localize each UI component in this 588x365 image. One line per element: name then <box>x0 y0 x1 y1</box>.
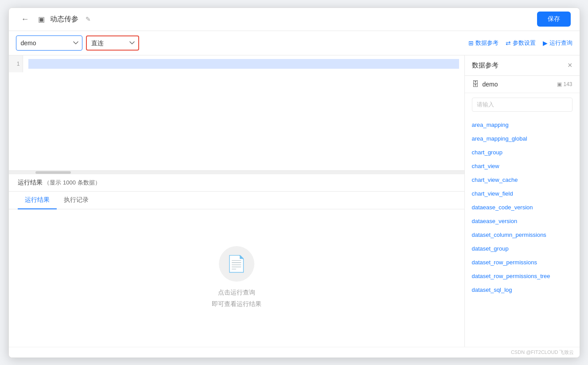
list-item[interactable]: area_mapping_global <box>465 132 580 145</box>
code-editor[interactable]: 1 <box>9 55 464 171</box>
panel-close-button[interactable]: × <box>568 61 572 70</box>
list-item[interactable]: dataset_column_permissions <box>465 228 580 242</box>
db-name: demo <box>483 81 498 88</box>
panel-search-input[interactable] <box>472 98 572 112</box>
list-item[interactable]: dataease_version <box>465 214 580 228</box>
data-reference-icon: ⊞ <box>468 39 474 47</box>
footer-text: CSDN @FIT2CLOUD 飞致云 <box>511 349 574 355</box>
list-item[interactable]: dataset_group <box>465 242 580 255</box>
panel-header: 数据参考 × <box>465 55 580 76</box>
titlebar-left: ← ▣ 动态传参 ✎ <box>18 13 91 26</box>
list-item[interactable]: chart_view <box>465 159 580 173</box>
back-button[interactable]: ← <box>18 13 33 26</box>
data-reference-btn[interactable]: ⊞ 数据参考 <box>468 39 498 47</box>
connection-select[interactable]: 直连 <box>86 35 139 51</box>
run-query-label: 运行查询 <box>549 39 572 47</box>
results-header-label: 运行结果 <box>18 179 43 186</box>
list-item[interactable]: chart_group <box>465 145 580 159</box>
empty-text-line1: 点击运行查询 <box>212 287 261 298</box>
empty-doc-icon: 📄 <box>226 255 246 273</box>
db-count-icon: ▣ <box>557 81 562 87</box>
editor-area: 1 运行结果 （显示 1000 条数据） 运行结果 执行记录 <box>9 55 464 347</box>
list-item[interactable]: area_mapping <box>465 118 580 132</box>
right-panel: 数据参考 × 🗄 demo ▣ 143 area_mappingarea_map… <box>464 55 580 347</box>
list-item[interactable]: dataset_row_permissions_tree <box>465 269 580 283</box>
results-empty: 📄 点击运行查询 即可查看运行结果 <box>9 209 464 347</box>
list-item[interactable]: chart_view_field <box>465 187 580 200</box>
toolbar: demo 直连 ⊞ 数据参考 ⇄ 参数设置 ▶ 运行查询 <box>9 31 580 55</box>
titlebar: ← ▣ 动态传参 ✎ 保存 <box>9 8 580 31</box>
db-count: ▣ 143 <box>557 81 572 87</box>
results-area: 运行结果 （显示 1000 条数据） 运行结果 执行记录 📄 点击运行查询 即可… <box>9 174 464 347</box>
list-item[interactable]: dataset_row_permissions <box>465 255 580 269</box>
results-header: 运行结果 （显示 1000 条数据） <box>9 174 464 192</box>
empty-text-line2: 即可查看运行结果 <box>212 298 261 310</box>
results-header-sub: （显示 1000 条数据） <box>44 179 100 186</box>
scrollbar-thumb <box>35 171 71 174</box>
tab-exec-log[interactable]: 执行记录 <box>57 192 96 209</box>
main-content: 1 运行结果 （显示 1000 条数据） 运行结果 执行记录 <box>9 55 580 347</box>
list-item[interactable]: dataset_sql_log <box>465 283 580 297</box>
page-icon: ▣ <box>38 15 45 24</box>
toolbar-right: ⊞ 数据参考 ⇄ 参数设置 ▶ 运行查询 <box>468 39 572 47</box>
footer: CSDN @FIT2CLOUD 飞致云 <box>9 347 580 357</box>
code-line-1 <box>28 59 459 69</box>
run-query-icon: ▶ <box>543 39 548 47</box>
edit-icon[interactable]: ✎ <box>86 16 91 23</box>
line-numbers: 1 <box>9 55 23 72</box>
param-settings-btn[interactable]: ⇄ 参数设置 <box>506 39 536 47</box>
db-icon: 🗄 <box>472 80 479 88</box>
datasource-select[interactable]: demo <box>16 35 82 51</box>
data-reference-label: 数据参考 <box>475 39 498 47</box>
tabs-bar: 运行结果 执行记录 <box>9 192 464 209</box>
toolbar-left: demo 直连 <box>16 35 465 51</box>
panel-title: 数据参考 <box>472 61 498 70</box>
list-item[interactable]: chart_view_cache <box>465 173 580 187</box>
page-title: 动态传参 <box>50 15 78 24</box>
panel-search <box>465 93 580 116</box>
panel-list: area_mappingarea_mapping_globalchart_gro… <box>465 116 580 347</box>
code-content <box>23 55 464 170</box>
empty-icon-wrap: 📄 <box>219 246 254 282</box>
run-query-btn[interactable]: ▶ 运行查询 <box>543 39 572 47</box>
param-settings-label: 参数设置 <box>513 39 536 47</box>
db-count-value: 143 <box>563 81 572 87</box>
tab-run-results[interactable]: 运行结果 <box>18 192 57 209</box>
param-settings-icon: ⇄ <box>506 39 511 47</box>
empty-text: 点击运行查询 即可查看运行结果 <box>212 287 261 309</box>
panel-db-info: 🗄 demo ▣ 143 <box>465 76 580 93</box>
save-button[interactable]: 保存 <box>537 12 571 27</box>
editor-scrollbar[interactable] <box>9 171 464 174</box>
list-item[interactable]: dataease_code_version <box>465 200 580 214</box>
main-window: ← ▣ 动态传参 ✎ 保存 demo 直连 ⊞ 数据参考 ⇄ 参数设置 <box>8 8 580 358</box>
